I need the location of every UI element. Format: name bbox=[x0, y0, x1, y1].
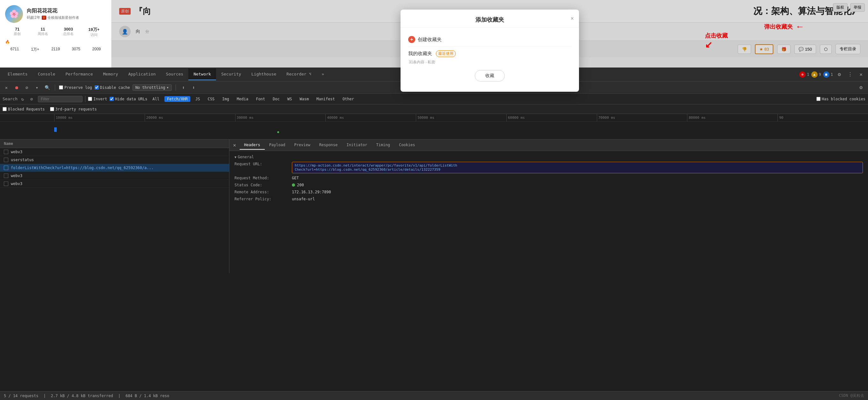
third-party-label[interactable]: 3rd-party requests bbox=[50, 107, 97, 111]
request-checkbox-3[interactable] bbox=[4, 166, 8, 170]
tab-recorder[interactable]: Recorder ⌥ bbox=[281, 68, 316, 80]
close-devtools-icon[interactable]: ✕ bbox=[857, 70, 865, 79]
tab-console[interactable]: Console bbox=[33, 68, 61, 80]
throttle-select[interactable]: No throttling ▾ bbox=[132, 85, 172, 91]
preserve-log-label[interactable]: Preserve log bbox=[59, 85, 92, 90]
upload-btn[interactable]: ⬆ bbox=[180, 84, 187, 91]
tab-sources[interactable]: Sources bbox=[161, 68, 189, 80]
stop-record-btn[interactable]: ⊘ bbox=[23, 84, 31, 91]
hide-data-urls-label[interactable]: Hide data URLs bbox=[110, 97, 147, 101]
headers-tab-response[interactable]: Response bbox=[315, 141, 342, 150]
bookmark-modal: 添加收藏夹 × + 创建收藏夹 我的收藏夹 最近使用 31条内容 · 私密 bbox=[401, 9, 579, 92]
filter-input[interactable] bbox=[38, 96, 83, 102]
request-list: Name webv3 userstatus folderListWithChec… bbox=[0, 139, 229, 273]
header-row-referrer: Referrer Policy: unsafe-url bbox=[235, 197, 863, 201]
headers-tab-headers[interactable]: Headers bbox=[240, 141, 265, 150]
request-item-webv3-2[interactable]: webv3 bbox=[0, 172, 229, 180]
headers-tab-cookies[interactable]: Cookies bbox=[395, 141, 420, 150]
blocked-requests-label[interactable]: Blocked Requests bbox=[3, 107, 45, 111]
status-bar: 5 / 14 requests | 2.7 kB / 4.8 kB transf… bbox=[0, 391, 868, 400]
filter-type-all[interactable]: All bbox=[150, 96, 162, 102]
status-divider2: | bbox=[118, 394, 120, 398]
filter-type-fetchxhr[interactable]: Fetch/XHR bbox=[164, 96, 190, 102]
third-party-checkbox[interactable] bbox=[50, 107, 54, 111]
header-value-url: https://mp-action.csdn.net/interact/wrap… bbox=[292, 162, 863, 173]
search-box: Search ↻ ⊘ bbox=[3, 95, 35, 103]
headers-tab-preview[interactable]: Preview bbox=[290, 141, 315, 150]
request-checkbox-2[interactable] bbox=[4, 158, 8, 162]
filter-type-font[interactable]: Font bbox=[253, 96, 268, 102]
modal-overlay[interactable]: 弹出收藏夹 ← 添加收藏夹 × + 创建收藏夹 bbox=[112, 0, 868, 68]
request-checkbox-4[interactable] bbox=[4, 173, 8, 178]
csdn-watermark: CSDN @吴粒去 bbox=[839, 393, 864, 398]
tab-lighthouse[interactable]: Lighthouse bbox=[246, 68, 281, 80]
blocked-cookies-checkbox[interactable] bbox=[816, 97, 820, 101]
tab-performance[interactable]: Performance bbox=[60, 68, 98, 80]
tab-network[interactable]: Network bbox=[188, 68, 216, 80]
throttle-arrow: ▾ bbox=[167, 85, 169, 90]
request-item-userstatus[interactable]: userstatus bbox=[0, 156, 229, 164]
refresh-filter-btn[interactable]: ↻ bbox=[19, 95, 26, 103]
filter-type-ws[interactable]: WS bbox=[285, 96, 294, 102]
warn-badge[interactable]: ▲ bbox=[811, 71, 818, 78]
filter-type-other[interactable]: Other bbox=[340, 96, 356, 102]
invert-checkbox[interactable] bbox=[88, 97, 92, 101]
collect-btn[interactable]: 收藏 bbox=[475, 70, 505, 81]
filter-type-img[interactable]: Img bbox=[220, 96, 232, 102]
invert-label[interactable]: Invert bbox=[88, 97, 107, 101]
folder-section: 我的收藏夹 最近使用 bbox=[408, 50, 571, 57]
download-btn[interactable]: ⬇ bbox=[190, 84, 197, 91]
filter-type-media[interactable]: Media bbox=[234, 96, 251, 102]
request-item-webv3-3[interactable]: webv3 bbox=[0, 180, 229, 188]
settings-icon2[interactable]: ⚙ bbox=[857, 83, 865, 92]
more-icon[interactable]: ⋮ bbox=[846, 70, 855, 79]
request-checkbox-1[interactable] bbox=[4, 150, 8, 154]
clear-filter-btn[interactable]: ⊘ bbox=[28, 95, 35, 103]
invert-text: Invert bbox=[93, 97, 107, 101]
close-panel-btn[interactable]: ✕ bbox=[3, 84, 10, 91]
hide-data-urls-text: Hide data URLs bbox=[115, 97, 147, 101]
settings-icon[interactable]: ⚙ bbox=[835, 70, 844, 79]
filter-divider bbox=[85, 96, 85, 102]
info-badge[interactable]: ■ bbox=[823, 71, 830, 78]
request-checkbox-5[interactable] bbox=[4, 181, 8, 186]
filter-type-doc[interactable]: Doc bbox=[270, 96, 282, 102]
request-item-folderlist[interactable]: folderListWithCheck?url=https://blog.csd… bbox=[0, 164, 229, 172]
headers-tab-payload[interactable]: Payload bbox=[265, 141, 290, 150]
create-folder-row[interactable]: + 创建收藏夹 bbox=[408, 33, 571, 46]
blocked-requests-checkbox[interactable] bbox=[3, 107, 7, 111]
filter-btn-icon[interactable]: ▾ bbox=[33, 84, 41, 91]
headers-tab-initiator[interactable]: Initiator bbox=[342, 141, 372, 150]
headers-tab-timing[interactable]: Timing bbox=[372, 141, 395, 150]
error-badge[interactable]: ⊗ bbox=[799, 71, 806, 78]
headers-tabs: ✕ Headers Payload Preview Response Initi… bbox=[229, 139, 868, 151]
tab-elements[interactable]: Elements bbox=[3, 68, 33, 80]
record-btn[interactable]: ⏺ bbox=[13, 84, 21, 91]
request-name-webv3-3: webv3 bbox=[11, 181, 225, 186]
tick-60000: 60000 ms bbox=[506, 114, 597, 121]
disable-cache-label[interactable]: Disable cache bbox=[95, 85, 130, 90]
headers-close-btn[interactable]: ✕ bbox=[229, 140, 240, 150]
profile-name: 向阳花花花花 bbox=[27, 8, 79, 14]
tab-more[interactable]: » bbox=[316, 68, 329, 80]
headers-content: General Request URL: https://mp-action.c… bbox=[229, 151, 868, 208]
profile-sidebar: 🌸 向阳花花花花 码龄2年 V 全栈领域新星创作者 71原创 11周排名 300… bbox=[0, 0, 112, 68]
header-key-remote: Remote Address: bbox=[235, 190, 292, 194]
tab-application[interactable]: Application bbox=[123, 68, 161, 80]
disable-cache-checkbox[interactable] bbox=[95, 85, 99, 90]
filter-type-manifest[interactable]: Manifest bbox=[314, 96, 337, 102]
filter-type-js[interactable]: JS bbox=[193, 96, 202, 102]
filter-type-css[interactable]: CSS bbox=[205, 96, 217, 102]
preserve-log-checkbox[interactable] bbox=[59, 85, 63, 90]
create-folder-label: 创建收藏夹 bbox=[418, 37, 442, 43]
modal-close-btn[interactable]: × bbox=[570, 15, 574, 22]
header-key-url: Request URL: bbox=[235, 162, 292, 173]
status-transferred: 2.7 kB / 4.8 kB transferred bbox=[51, 394, 113, 398]
filter-type-wasm[interactable]: Wasm bbox=[297, 96, 311, 102]
request-item-webv3-1[interactable]: webv3 bbox=[0, 148, 229, 156]
hide-data-urls-checkbox[interactable] bbox=[110, 97, 114, 101]
tab-security[interactable]: Security bbox=[216, 68, 246, 80]
tab-memory[interactable]: Memory bbox=[98, 68, 123, 80]
search-btn[interactable]: 🔍 bbox=[43, 84, 51, 91]
third-party-text: 3rd-party requests bbox=[56, 107, 97, 111]
